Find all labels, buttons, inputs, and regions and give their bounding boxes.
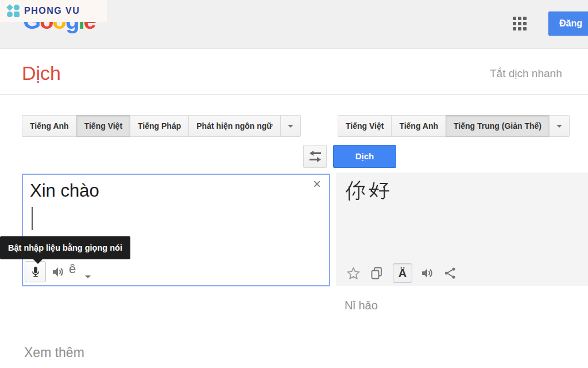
source-language-dropdown[interactable]: [280, 115, 301, 137]
source-textarea[interactable]: Xin chào × ê: [22, 174, 330, 286]
phongvu-logo-icon: [7, 5, 20, 17]
hanzi-hao-glyph: [369, 181, 389, 201]
see-more-link[interactable]: Xem thêm: [24, 345, 84, 361]
target-tab-tieng-trung[interactable]: Tiếng Trung (Giản Thể): [446, 115, 550, 137]
voice-input-button[interactable]: [25, 261, 46, 282]
sign-in-button[interactable]: Đăng: [548, 12, 588, 36]
transliteration-text: Nǐ hǎo: [345, 299, 378, 312]
chevron-down-icon: [288, 125, 293, 128]
translate-button[interactable]: Dịch: [333, 145, 396, 168]
page-title: Dịch: [22, 62, 61, 85]
copy-translation-button[interactable]: [370, 266, 384, 280]
phongvu-brand-name: PHONG VU: [24, 6, 80, 16]
translated-text: 你好: [345, 181, 389, 201]
swap-arrows-icon: [308, 150, 322, 163]
phongvu-watermark: PHONG VU: [0, 0, 107, 22]
chevron-down-icon: [556, 125, 562, 128]
target-tab-tieng-viet[interactable]: Tiếng Việt: [338, 115, 392, 137]
romanization-toggle-button[interactable]: Ä: [393, 263, 412, 283]
input-tools-button[interactable]: ê: [69, 262, 76, 277]
instant-translate-toggle[interactable]: Tắt dịch nhanh: [490, 67, 562, 80]
share-translation-button[interactable]: [443, 266, 457, 280]
input-tools-dropdown[interactable]: [85, 270, 91, 281]
source-language-tabbar: Tiếng Anh Tiếng Việt Tiếng Pháp Phát hiệ…: [22, 115, 301, 137]
listen-source-button[interactable]: [51, 265, 65, 279]
chevron-down-icon: [85, 275, 91, 278]
google-translate-page: Google PHONG VU Đăng Dịch Tắt dịch nhanh…: [0, 0, 588, 368]
source-tab-tieng-phap[interactable]: Tiếng Pháp: [130, 115, 189, 137]
target-language-dropdown[interactable]: [549, 115, 570, 137]
source-tab-detect-language[interactable]: Phát hiện ngôn ngữ: [188, 115, 280, 137]
output-actions: Ä: [346, 263, 466, 283]
target-tab-tieng-anh[interactable]: Tiếng Anh: [391, 115, 446, 137]
target-output-panel: 你好: [336, 172, 588, 286]
text-cursor: [32, 207, 33, 230]
speaker-icon: [420, 266, 434, 280]
copy-icon: [370, 266, 384, 280]
listen-translation-button[interactable]: [420, 266, 434, 280]
target-language-tabbar: Tiếng Việt Tiếng Anh Tiếng Trung (Giản T…: [338, 115, 570, 137]
save-translation-button[interactable]: [346, 266, 361, 281]
source-tab-tieng-viet[interactable]: Tiếng Việt: [76, 115, 130, 137]
hanzi-ni-glyph: [345, 181, 366, 201]
source-tab-tieng-anh[interactable]: Tiếng Anh: [22, 115, 77, 137]
apps-grid-icon[interactable]: [513, 17, 528, 32]
source-text: Xin chào: [30, 181, 99, 201]
star-icon: [346, 266, 361, 281]
share-icon: [443, 266, 457, 280]
voice-input-tooltip: Bật nhập liệu bằng giọng nói: [0, 236, 130, 259]
speaker-icon: [51, 265, 65, 279]
clear-text-button[interactable]: ×: [313, 177, 321, 191]
swap-languages-button[interactable]: [303, 145, 327, 168]
toolbar-divider: [0, 94, 588, 95]
microphone-icon: [29, 266, 42, 278]
